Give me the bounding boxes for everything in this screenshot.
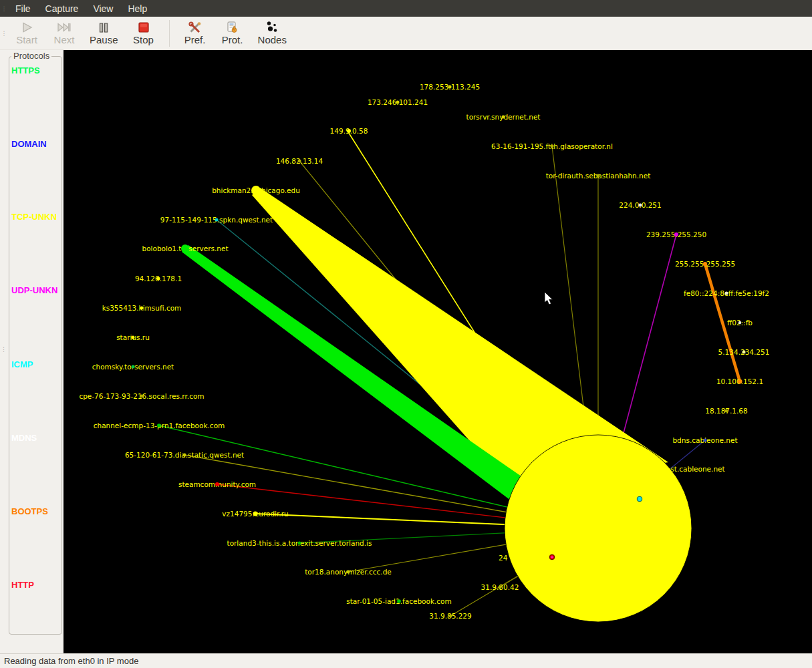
node-dot[interactable] (253, 512, 258, 516)
next-button[interactable]: Next (49, 18, 79, 49)
node-dot[interactable] (347, 570, 350, 574)
status-bar: Reading data from eth0 in IP mode (0, 653, 812, 668)
legend-item-http[interactable]: HTTP (11, 580, 62, 591)
node-dot[interactable] (738, 379, 742, 384)
legend-item-icmp[interactable]: ICMP (11, 359, 62, 370)
pause-label: Pause (90, 35, 118, 45)
main-node-circle[interactable] (505, 435, 692, 622)
nodes-button[interactable]: Nodes (255, 18, 289, 49)
preferences-button[interactable]: Pref. (180, 18, 210, 49)
menu-file[interactable]: File (8, 1, 38, 16)
legend-item-bootps[interactable]: BOOTPS (11, 506, 62, 517)
node-dot[interactable] (704, 439, 707, 442)
node-label[interactable]: st.cableone.net (670, 465, 724, 473)
node-label[interactable]: 24 (499, 554, 508, 562)
node-dot[interactable] (639, 204, 642, 207)
menu-bar: ⋮ File Capture View Help (0, 0, 812, 17)
pause-icon (98, 21, 109, 34)
node-dot[interactable] (183, 454, 186, 457)
node-dot[interactable] (181, 244, 189, 253)
canvas-svg: 178.253.113.245173.246.101.241torsrvr.sn… (63, 50, 812, 653)
node-dot[interactable] (738, 321, 741, 324)
node-dot[interactable] (215, 482, 219, 486)
protocols-label: Prot. (222, 35, 243, 45)
node-dot[interactable] (449, 615, 452, 618)
node-dot[interactable] (298, 160, 301, 163)
node-dot[interactable] (132, 336, 135, 339)
legend-item-domain[interactable]: DOMAIN (11, 139, 62, 150)
network-canvas[interactable]: 178.253.113.245173.246.101.241torsrvr.sn… (63, 50, 812, 653)
legend-item-tcp-unkn[interactable]: TCP-UNKN (11, 212, 62, 222)
node-dot[interactable] (725, 409, 728, 413)
node-dot[interactable] (448, 86, 452, 89)
node-dot[interactable] (140, 307, 144, 310)
panel-grip-handle[interactable]: ⋮ (1, 346, 7, 353)
menu-help[interactable]: Help (120, 1, 154, 16)
mouse-cursor (545, 292, 553, 305)
menu-capture[interactable]: Capture (38, 1, 86, 16)
toolbar-separator (169, 20, 170, 47)
node-dot[interactable] (396, 101, 400, 104)
menubar-grip-handle[interactable]: ⋮ (0, 0, 8, 17)
stop-button[interactable]: Stop (129, 18, 158, 49)
status-text: Reading data from eth0 in IP mode (0, 656, 138, 666)
nodes-label: Nodes (258, 35, 287, 45)
stop-label: Stop (133, 35, 154, 45)
pause-button[interactable]: Pause (87, 18, 121, 49)
node-dot[interactable] (215, 218, 219, 222)
inner-node-dot-center (551, 556, 553, 558)
node-dot[interactable] (251, 186, 261, 195)
node-dot[interactable] (347, 129, 351, 133)
next-label: Next (54, 35, 75, 45)
start-label: Start (16, 35, 37, 45)
node-dot[interactable] (397, 599, 401, 603)
protocols-panel: Protocols HTTPS DOMAIN TCP-UNKN UDP-UNKN… (0, 50, 63, 653)
node-dot[interactable] (742, 351, 746, 354)
node-dot[interactable] (140, 395, 144, 398)
node-dot[interactable] (298, 542, 301, 545)
toolbar-grip-handle[interactable]: ⋮ (0, 17, 8, 50)
preferences-icon (188, 21, 202, 34)
menu-view[interactable]: View (86, 1, 120, 16)
legend-item-udp-unkn[interactable]: UDP-UNKN (11, 285, 62, 296)
inner-node-dot[interactable] (637, 496, 642, 502)
node-dot[interactable] (674, 232, 678, 236)
node-dot[interactable] (502, 116, 505, 119)
legend-item-mdns[interactable]: MDNS (11, 433, 62, 444)
main-area: Protocols HTTPS DOMAIN TCP-UNKN UDP-UNKN… (0, 50, 812, 653)
next-icon (57, 21, 72, 34)
node-dot[interactable] (157, 277, 160, 281)
preferences-label: Pref. (184, 35, 206, 45)
stop-icon (138, 21, 149, 34)
node-dot[interactable] (703, 262, 707, 266)
toolbar: ⋮ Start Next Pause Stop (0, 17, 812, 50)
start-button[interactable]: Start (12, 18, 41, 49)
start-icon (20, 21, 33, 34)
node-dot[interactable] (597, 174, 600, 178)
nodes-icon (265, 21, 279, 34)
node-dot[interactable] (499, 586, 502, 589)
protocols-button[interactable]: Prot. (218, 18, 247, 49)
legend-item-https[interactable]: HTTPS (11, 65, 62, 76)
node-dot[interactable] (725, 292, 728, 295)
protocols-title: Protocols (11, 51, 51, 61)
node-dot[interactable] (551, 145, 554, 148)
etherape-window: ⋮ File Capture View Help ⋮ Start Next Pa… (0, 0, 812, 668)
protocols-icon (226, 21, 239, 34)
node-dot[interactable] (132, 365, 135, 369)
node-dot[interactable] (157, 424, 161, 428)
